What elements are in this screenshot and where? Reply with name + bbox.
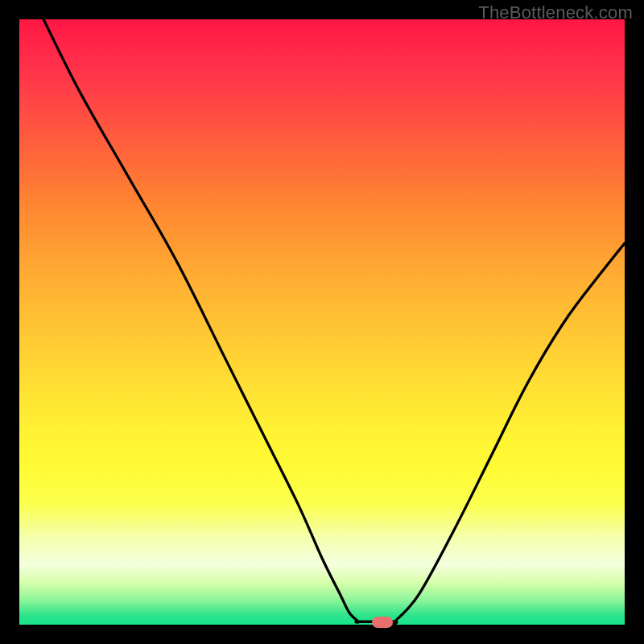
bottleneck-curve [19, 19, 625, 625]
chart-frame: TheBottleneck.com [0, 0, 644, 644]
curve-path [43, 19, 625, 624]
watermark-text: TheBottleneck.com [478, 2, 633, 23]
optimal-point-marker [372, 617, 393, 628]
